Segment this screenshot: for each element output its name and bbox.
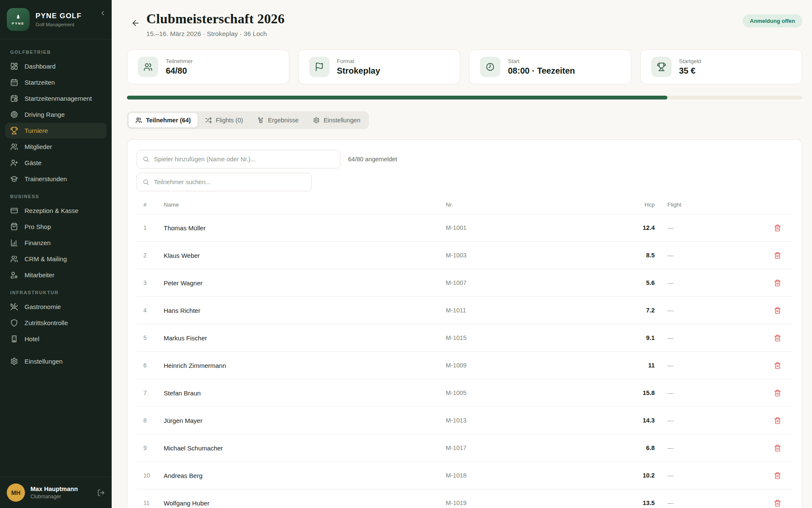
sidebar-item-driving-range[interactable]: Driving Range [5,107,107,122]
row-number: 5 [143,334,164,341]
sidebar-item-label: Rezeption & Kasse [25,207,79,214]
sidebar-item-label: Pro Shop [25,223,51,230]
table-row: 6Heinrich ZimmermannM-100911— [137,352,793,379]
status-badge: Anmeldung offen [743,14,802,28]
table-row: 4Hans RichterM-10117.2— [137,297,793,324]
sidebar-item-crm-mailing[interactable]: CRM & Mailing [5,251,107,267]
handicap-value: 5.6 [640,279,667,286]
tab-bar: Teilnehmer (64)Flights (0)ErgebnisseEins… [127,111,369,129]
sidebar-item-dashboard[interactable]: Dashboard [5,58,107,74]
stat-card-format: FormatStrokeplay [298,50,461,84]
sidebar-item-startzeitenmanagement[interactable]: Startzeitenmanagement [5,91,107,106]
handicap-value: 14.3 [640,417,667,424]
bar-chart-icon [10,239,18,247]
flight-value: — [667,389,769,396]
sidebar-item-turniere[interactable]: Turniere [5,123,107,138]
delete-participant-button[interactable] [769,417,786,424]
trash-icon [774,472,781,479]
tab-flights-0[interactable]: Flights (0) [198,113,250,127]
stat-text: FormatStrokeplay [337,58,380,76]
delete-participant-button[interactable] [769,279,786,287]
table-row: 3Peter WagnerM-10075.6— [137,269,793,297]
sidebar-item-pro-shop[interactable]: Pro Shop [5,219,107,235]
row-number: 8 [143,417,164,424]
participant-name: Peter Wagner [164,279,446,287]
search-player-row [137,173,793,191]
sidebar-item-label: Trainerstunden [25,175,67,182]
sidebar-item-gastronomie[interactable]: Gastronomie [5,299,107,315]
flight-value: — [667,444,769,451]
delete-participant-button[interactable] [769,307,786,314]
handicap-value: 6.8 [640,444,667,451]
back-button[interactable] [127,14,144,31]
logout-button[interactable] [97,489,105,497]
sidebar-item-finanzen[interactable]: Finanzen [5,235,107,251]
trash-icon [774,252,781,259]
tab-teilnehmer-64[interactable]: Teilnehmer (64) [129,113,198,127]
delete-participant-button[interactable] [769,224,786,232]
column-header-flight: Flight [667,202,769,208]
stat-icon-tile [138,57,158,77]
delete-participant-button[interactable] [769,362,786,369]
member-number: M-1013 [446,417,640,424]
log-out-icon [97,489,105,497]
handicap-value: 10.2 [640,472,667,479]
stat-text: Teilnehmer64/80 [166,58,193,76]
gear-icon [10,357,18,365]
stat-icon-tile [309,57,329,77]
tab-einstellungen[interactable]: Einstellungen [306,113,367,127]
sidebar-item-trainerstunden[interactable]: Trainerstunden [5,171,107,187]
flight-value: — [667,362,769,369]
delete-participant-button[interactable] [769,252,786,259]
sidebar-item-label: Mitglieder [25,143,52,150]
delete-participant-button[interactable] [769,334,786,342]
page-header: Clubmeisterschaft 2026 15.–16. März 2026… [127,11,802,38]
table-row: 11Wolfgang HuberM-101913.5— [137,489,793,508]
stat-text: Start08:00 · Teezeiten [508,58,575,76]
user-footer[interactable]: MH Max Hauptmann Clubmanager [0,477,112,508]
user-name: Max Hauptmann [30,486,78,492]
app-name: PYNE GOLF [36,12,82,20]
row-number: 10 [143,472,164,479]
sidebar-section-label-business: BUSINESS [5,187,107,202]
tab-ergebnisse[interactable]: Ergebnisse [251,113,306,127]
sidebar-item-mitglieder[interactable]: Mitglieder [5,139,107,155]
trophy-icon [10,127,18,135]
table-row: 8Jürgen MayerM-101314.3— [137,407,793,434]
row-number: 3 [143,279,164,286]
shield-icon [10,319,18,327]
sidebar-item-rezeption-kasse[interactable]: Rezeption & Kasse [5,203,107,218]
sidebar-item-label: Mitarbeiter [25,271,55,279]
flight-value: — [667,224,769,231]
sidebar-collapse-button[interactable] [99,9,107,17]
sidebar-item-label: Einstellungen [25,358,63,365]
tab-label: Flights (0) [216,117,243,124]
row-number: 11 [143,500,164,506]
delete-participant-button[interactable] [769,500,786,507]
delete-participant-button[interactable] [769,444,786,452]
registered-count-text: 64/80 angemeldet [348,156,397,163]
user-plus-icon [10,159,18,167]
add-player-input[interactable] [137,150,340,168]
sidebar-item-mitarbeiter[interactable]: Mitarbeiter [5,267,107,283]
participant-search-input[interactable] [137,173,312,191]
stat-label: Startgeld [679,58,701,64]
sidebar-item-gaste[interactable]: Gäste [5,155,107,171]
sidebar-item-label: Hotel [25,335,39,342]
sidebar-item-hotel[interactable]: Hotel [5,331,107,347]
sidebar-item-zutrittskontrolle[interactable]: Zutrittskontrolle [5,315,107,331]
table-row: 1Thomas MüllerM-100112.4— [137,214,793,242]
delete-participant-button[interactable] [769,472,786,479]
delete-participant-button[interactable] [769,389,786,397]
app-subtitle: Golf Management [36,22,82,27]
registration-progress-track [127,96,802,99]
stat-value: Strokeplay [337,66,380,76]
participant-name: Andreas Berg [164,472,446,479]
sidebar-item-startzeiten[interactable]: Startzeiten [5,75,107,90]
member-number: M-1015 [446,334,640,341]
stat-icon-tile [480,57,500,77]
sidebar-item-einstellungen[interactable]: Einstellungen [5,353,107,369]
stats-row: Teilnehmer64/80FormatStrokeplayStart08:0… [127,50,802,84]
page-subtitle: 15.–16. März 2026 · Strokeplay · 36 Loch [146,30,285,38]
column-header-nr: Nr. [446,202,640,208]
